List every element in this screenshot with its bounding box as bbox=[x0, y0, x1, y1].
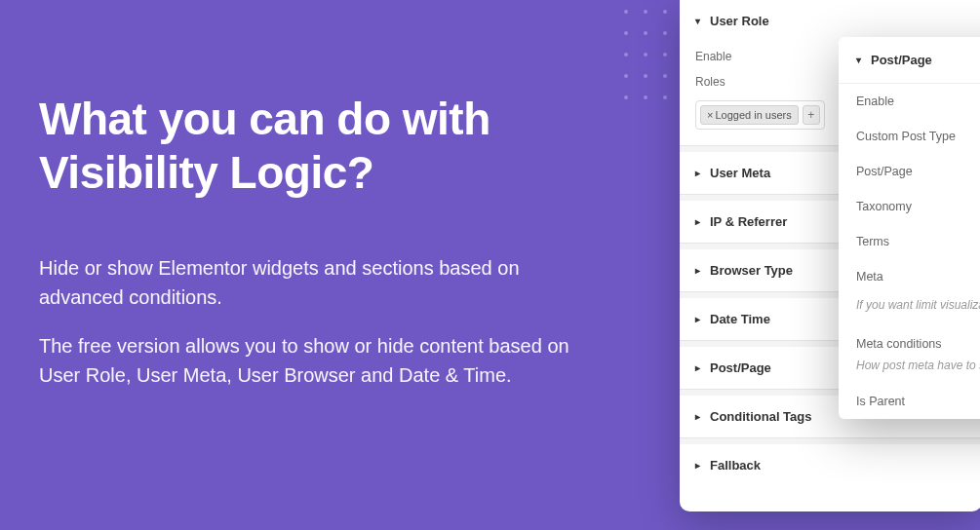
accordion-title: Post/Page bbox=[710, 360, 771, 375]
row-label: Meta bbox=[856, 270, 883, 284]
caret-right-icon: ▸ bbox=[695, 411, 700, 422]
caret-right-icon: ▸ bbox=[695, 362, 700, 373]
accordion-title: Browser Type bbox=[710, 263, 793, 278]
accordion-title: Fallback bbox=[710, 458, 761, 473]
roles-tag-input[interactable]: ×Logged in users + bbox=[695, 100, 825, 130]
caret-down-icon: ▾ bbox=[856, 55, 861, 65]
meta-note: If you want limit visualization value. bbox=[839, 294, 980, 323]
row-is-parent[interactable]: Is Parent bbox=[839, 384, 980, 419]
row-post-page[interactable]: Post/Page bbox=[839, 154, 980, 189]
row-meta[interactable]: Meta bbox=[839, 259, 980, 294]
meta-conditions-label: Meta conditions bbox=[839, 323, 980, 355]
panel-front-header[interactable]: ▾ Post/Page bbox=[839, 37, 980, 84]
caret-down-icon: ▾ bbox=[695, 16, 700, 26]
row-label: Taxonomy bbox=[856, 200, 912, 213]
accordion-header-user-role[interactable]: ▾ User Role bbox=[680, 0, 980, 42]
caret-right-icon: ▸ bbox=[695, 216, 700, 227]
caret-right-icon: ▸ bbox=[695, 460, 700, 471]
row-terms[interactable]: Terms bbox=[839, 224, 980, 259]
hero-headline: What you can do with Visibility Logic? bbox=[39, 93, 585, 200]
decorative-dots bbox=[624, 0, 673, 107]
row-custom-post-type[interactable]: Custom Post Type bbox=[839, 119, 980, 154]
row-label: Post/Page bbox=[856, 165, 913, 178]
caret-right-icon: ▸ bbox=[695, 265, 700, 276]
accordion-title: User Meta bbox=[710, 166, 770, 180]
role-tag-label: Logged in users bbox=[715, 109, 791, 121]
close-icon[interactable]: × bbox=[707, 109, 713, 121]
accordion-title: IP & Referrer bbox=[710, 214, 787, 229]
accordion-title: Date Time bbox=[710, 312, 770, 326]
role-tag[interactable]: ×Logged in users bbox=[700, 105, 799, 125]
meta-conditions-note: How post meta have to sa bbox=[839, 355, 980, 384]
accordion-title: User Role bbox=[710, 14, 769, 28]
caret-right-icon: ▸ bbox=[695, 314, 700, 324]
hero-paragraph-1: Hide or show Elementor widgets and secti… bbox=[39, 253, 585, 312]
panel-front-title: Post/Page bbox=[871, 53, 932, 67]
row-taxonomy[interactable]: Taxonomy bbox=[839, 189, 980, 224]
accordion-header-fallback[interactable]: ▸ Fallback bbox=[680, 444, 980, 486]
accordion-title: Conditional Tags bbox=[710, 409, 811, 424]
caret-right-icon: ▸ bbox=[695, 168, 700, 178]
row-label: Is Parent bbox=[856, 395, 905, 408]
row-label: Custom Post Type bbox=[856, 130, 956, 143]
hero-paragraph-2: The free version allows you to show or h… bbox=[39, 331, 585, 390]
add-tag-button[interactable]: + bbox=[803, 105, 820, 125]
settings-panel-front: ▾ Post/Page Enable Custom Post Type Post… bbox=[839, 37, 980, 419]
row-label: Terms bbox=[856, 235, 889, 248]
row-enable[interactable]: Enable bbox=[839, 84, 980, 119]
row-label: Enable bbox=[856, 95, 894, 108]
